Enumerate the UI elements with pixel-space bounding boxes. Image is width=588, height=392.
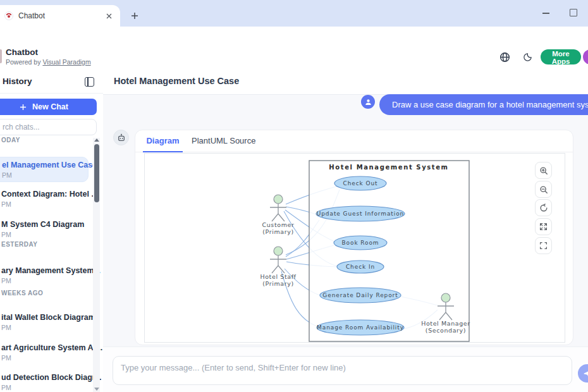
robot-icon — [117, 133, 126, 142]
active-tab-underline — [143, 151, 183, 152]
chat-item-title: ary Management System... — [1, 266, 83, 275]
use-case-label: Book Room — [342, 240, 379, 246]
chat-history-item[interactable]: M System C4 DiagramPM — [0, 217, 89, 242]
sidebar-scrollbar[interactable] — [93, 138, 100, 392]
person-icon — [364, 98, 372, 106]
chat-item-time: PM — [1, 277, 83, 285]
app-logo — [0, 49, 2, 63]
tab-favicon-icon — [4, 11, 13, 20]
actor-name: Customer — [262, 221, 295, 228]
actor-role: (Primary) — [262, 228, 294, 235]
system-boundary — [309, 161, 469, 341]
sidebar-divider — [0, 93, 104, 94]
language-globe-icon[interactable] — [498, 50, 511, 64]
tab-diagram[interactable]: Diagram — [143, 136, 183, 145]
use-case-label: Check Out — [343, 180, 378, 187]
new-chat-label: New Chat — [32, 102, 68, 111]
chat-item-time: PM — [1, 231, 83, 238]
app-title: Chatbot — [6, 47, 38, 57]
chat-history-item[interactable]: ud Detection Block Diagr...PM — [0, 370, 89, 392]
actor-role: (Primary) — [262, 280, 294, 287]
send-button[interactable] — [578, 364, 588, 383]
actor-head — [274, 195, 283, 204]
chat-item-title: Context Diagram: Hotel ... — [1, 190, 83, 199]
actor-body — [270, 255, 286, 273]
conversation-header: Hotel Management Use Case — [103, 68, 588, 95]
actor-head — [274, 247, 283, 255]
history-sidebar: History New Chat ODAYel Management Use C… — [0, 68, 104, 392]
browser-titlebar: Chatbot — [0, 0, 588, 27]
chat-item-time: PM — [1, 324, 83, 331]
scroll-up-icon[interactable] — [94, 138, 99, 142]
chat-history-item[interactable]: Context Diagram: Hotel ...PM — [0, 187, 89, 212]
actor-body — [270, 204, 286, 221]
powered-prefix: Powered by — [6, 58, 42, 66]
plus-icon — [20, 104, 27, 111]
system-boundary-title: Hotel Management System — [329, 164, 448, 171]
fit-to-screen-button[interactable] — [535, 218, 552, 235]
assistant-avatar — [113, 130, 129, 145]
scroll-down-icon[interactable] — [94, 388, 99, 391]
actor-role: (Secondary) — [426, 327, 466, 334]
actor-head — [441, 293, 450, 302]
chat-area: Draw a use case diagram for a hotel mana… — [103, 95, 588, 346]
zoom-in-button[interactable] — [535, 162, 552, 179]
chat-item-title: M System C4 Diagram — [1, 220, 83, 229]
browser-tab-chatbot[interactable]: Chatbot — [0, 5, 120, 27]
search-input[interactable] — [0, 119, 97, 135]
history-title: History — [3, 77, 32, 86]
chat-history-item[interactable]: ital Wallet Block DiagramPM — [0, 310, 89, 335]
window-minimize-button[interactable] — [542, 13, 549, 14]
result-tabbar: Diagram PlantUML Source — [135, 130, 573, 152]
assistant-response-card: Diagram PlantUML Source Hotel Management… — [135, 130, 573, 345]
tab-close-icon[interactable] — [104, 11, 114, 21]
plus-icon — [131, 12, 138, 20]
reset-view-button[interactable] — [535, 199, 552, 216]
dark-mode-moon-icon[interactable] — [520, 50, 534, 64]
history-section-label: WEEKS AGO — [1, 290, 43, 297]
use-case-label: Check In — [346, 264, 375, 270]
chat-item-title: el Management Use Case — [2, 161, 83, 169]
chat-item-time: PM — [1, 200, 83, 208]
use-case-diagram: Hotel Management SystemCheck OutUpdate G… — [254, 157, 475, 345]
use-case-label: Manage Room Availability — [317, 324, 404, 331]
new-tab-button[interactable] — [127, 8, 142, 23]
browser-window: Chatbot ai-toolbox.visual-paradigm.com/a… — [0, 0, 588, 392]
chat-item-title: ud Detection Block Diagr... — [1, 373, 83, 382]
chat-item-title: art Agriculture System Ar... — [1, 343, 83, 352]
scrollbar-thumb[interactable] — [94, 144, 99, 202]
chat-history-item[interactable]: art Agriculture System Ar...PM — [0, 340, 89, 365]
zoom-out-button[interactable] — [535, 181, 552, 198]
chat-item-time: PM — [1, 384, 83, 391]
send-plane-icon — [583, 369, 588, 378]
history-section-label: ESTERDAY — [1, 241, 38, 248]
tab-plantuml-source[interactable]: PlantUML Source — [192, 136, 255, 145]
more-apps-button[interactable]: More Apps — [541, 49, 581, 64]
tab-title: Chatbot — [18, 11, 104, 20]
use-case-label: Update Guest Information — [317, 211, 404, 217]
chat-item-time: PM — [2, 171, 83, 179]
message-input[interactable] — [113, 356, 572, 385]
history-section-label: ODAY — [1, 137, 20, 144]
chat-history-item[interactable]: ary Management System...PM — [0, 263, 89, 288]
window-maximize-button[interactable] — [570, 9, 577, 16]
fullscreen-button[interactable] — [535, 237, 552, 254]
new-chat-button[interactable]: New Chat — [0, 99, 97, 115]
user-message-bubble: Draw a use case diagram for a hotel mana… — [379, 94, 588, 115]
actor-name: Hotel Manager — [421, 320, 470, 327]
user-message-avatar — [361, 95, 375, 109]
chat-item-time: PM — [1, 354, 83, 362]
diagram-viewport[interactable]: Hotel Management SystemCheck OutUpdate G… — [144, 153, 565, 343]
actor-name: Hotel Staff — [260, 273, 296, 280]
message-input-bar — [103, 346, 588, 392]
use-case-label: Generate Daily Report — [322, 292, 398, 298]
browser-toolbar: ai-toolbox.visual-paradigm.com/app/chatb… — [0, 27, 588, 44]
page-title: Hotel Management Use Case — [114, 76, 239, 86]
chat-item-title: ital Wallet Block Diagram — [1, 313, 83, 322]
visual-paradigm-link[interactable]: Visual Paradigm — [42, 58, 90, 66]
powered-by: Powered by Visual Paradigm — [6, 58, 91, 66]
sidebar-collapse-icon[interactable] — [85, 77, 94, 87]
chat-history-item[interactable]: el Management Use CasePM — [0, 157, 89, 182]
